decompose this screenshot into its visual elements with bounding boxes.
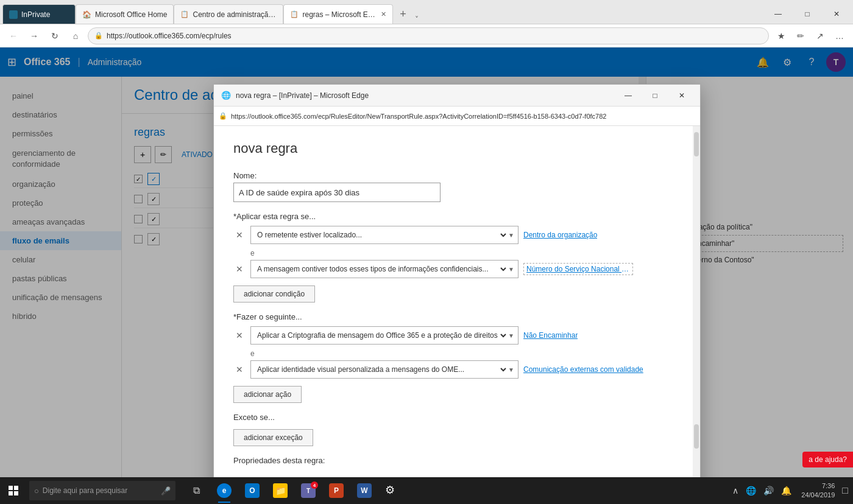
windows-logo (9, 486, 18, 495)
popup-address-bar: 🔒 https://outlook.office365.com/ecp/Rule… (214, 107, 700, 126)
condition2-select-input[interactable]: A mensagem contiver todos esses tipos de… (255, 264, 508, 274)
taskbar-explorer[interactable]: 📁 (267, 477, 294, 504)
taskbar-clock[interactable]: 7:36 24/04/2019 (796, 481, 840, 500)
condition2-select[interactable]: A mensagem contiver todos esses tipos de… (250, 260, 519, 278)
favorites-icon[interactable]: ★ (773, 27, 790, 44)
remove-condition2-btn[interactable]: ✕ (233, 263, 246, 275)
page-content: ⊞ Office 365 | Administração 🔔 ⚙ ? T pai… (0, 47, 853, 504)
properties-section: Propriedades desta regra: (233, 456, 681, 465)
refresh-button[interactable]: ↻ (46, 27, 63, 44)
do-action-section: *Fazer o seguinte... ✕ Aplicar a Criptog… (233, 312, 681, 403)
action1-select[interactable]: Aplicar a Criptografia de mensagem do Of… (250, 326, 519, 345)
taskbar-outlook[interactable]: O (239, 477, 266, 504)
remove-condition1-btn[interactable]: ✕ (233, 229, 246, 241)
tab-overflow-button[interactable]: ˅ (412, 15, 421, 24)
taskbar-edge[interactable]: e (211, 477, 238, 504)
inprivate-icon (9, 10, 18, 19)
action1-link[interactable]: Não Encaminhar (523, 331, 578, 340)
start-button[interactable] (0, 477, 27, 504)
condition1-link[interactable]: Dentro da organização (523, 231, 597, 239)
address-bar: ← → ↻ ⌂ 🔒 https://outlook.office365.com/… (0, 24, 853, 47)
action2-arrow: ▼ (508, 366, 514, 373)
minimize-button[interactable]: — (764, 4, 792, 24)
taskbar-volume-icon[interactable]: 🔔 (779, 486, 794, 495)
new-tab-button[interactable]: + (393, 4, 412, 24)
popup-minimize-btn[interactable]: — (617, 87, 639, 104)
home-button[interactable]: ⌂ (67, 27, 84, 44)
maximize-button[interactable]: □ (793, 4, 821, 24)
share-icon[interactable]: ↗ (812, 27, 829, 44)
remove-action2-btn[interactable]: ✕ (233, 363, 246, 376)
taskbar-search[interactable]: ○ Digite aqui para pesquisar 🎤 (29, 481, 175, 500)
add-except-btn[interactable]: adicionar exceção (233, 429, 313, 446)
menu-icon[interactable]: … (831, 27, 848, 44)
tab-regras[interactable]: 📋 regras – Microsoft Exch ✕ (283, 4, 393, 24)
taskbar-ppt[interactable]: P (323, 477, 350, 504)
tab-office-home-label: Microsoft Office Home (95, 10, 167, 19)
condition-row-1: ✕ O remetente estiver localizado... ▼ De… (233, 226, 681, 244)
read-icon[interactable]: ✏ (792, 27, 809, 44)
window-controls: — □ ✕ (764, 4, 851, 24)
taskbar-apps: ⧉ e O 📁 T 4 P W ⚙ (183, 477, 406, 504)
ppt-icon: P (329, 483, 344, 498)
remove-action1-btn[interactable]: ✕ (233, 329, 246, 341)
notification-icon[interactable]: □ (842, 485, 848, 496)
clock-time: 7:36 (801, 481, 835, 491)
action2-link[interactable]: Comunicação externas com validade (523, 365, 643, 374)
taskbar-settings[interactable]: ⚙ (379, 477, 406, 504)
add-action-btn[interactable]: adicionar ação (233, 386, 302, 403)
outlook-icon: O (245, 483, 260, 498)
popup-scrollbar[interactable] (693, 126, 700, 480)
mic-icon[interactable]: 🎤 (161, 486, 171, 495)
taskbar-speaker-icon[interactable]: 🔊 (761, 486, 776, 495)
popup-maximize-btn[interactable]: □ (644, 87, 666, 104)
popup-titlebar: 🌐 nova regra – [InPrivate] – Microsoft E… (214, 85, 700, 107)
apply-condition-section: *Aplicar esta regra se... ✕ O remetente … (233, 212, 681, 303)
taskbar-word[interactable]: W (351, 477, 378, 504)
popup-url-text: https://outlook.office365.com/ecp/RulesE… (231, 113, 695, 120)
tab-regras-label: regras – Microsoft Exch (302, 10, 377, 19)
action-row-1: ✕ Aplicar a Criptografia de mensagem do … (233, 326, 681, 345)
lock-icon: 🔒 (94, 32, 103, 40)
taskbar-task-view[interactable]: ⧉ (183, 477, 210, 504)
url-text: https://outlook.office365.com/ecp/rules (107, 32, 762, 40)
properties-label: Propriedades desta regra: (233, 456, 681, 465)
help-button[interactable]: a de ajuda? (802, 452, 853, 467)
add-condition-btn[interactable]: adicionar condição (233, 285, 315, 303)
taskbar-teams[interactable]: T 4 (295, 477, 322, 504)
popup-close-btn[interactable]: ✕ (671, 87, 693, 104)
tab-office-home[interactable]: 🏠 Microsoft Office Home (76, 4, 174, 24)
teams-badge: 4 (311, 481, 318, 489)
back-button[interactable]: ← (5, 27, 22, 44)
toolbar-icons: ★ ✏ ↗ … (773, 27, 848, 44)
explorer-icon: 📁 (273, 483, 288, 498)
popup-lock-icon: 🔒 (219, 112, 227, 120)
regras-icon: 📋 (290, 10, 299, 18)
tab-inprivate[interactable]: InPrivate (2, 4, 76, 24)
forward-button[interactable]: → (26, 27, 43, 44)
admin-icon: 📋 (180, 10, 189, 18)
except-section: Exceto se... adicionar exceção (233, 413, 681, 446)
condition1-select[interactable]: O remetente estiver localizado... ▼ (250, 226, 519, 244)
tab-admin[interactable]: 📋 Centro de administração do (174, 4, 283, 24)
popup-body: nova regra Nome: *Aplicar esta regra se.… (214, 126, 700, 480)
close-button[interactable]: ✕ (823, 4, 851, 24)
popup-title-text: nova regra – [InPrivate] – Microsoft Edg… (236, 91, 612, 100)
condition2-link[interactable]: Número do Serviço Nacional de Saúde (523, 263, 633, 275)
condition-and-1: e (250, 249, 681, 257)
form-name-section: Nome: (233, 171, 681, 202)
popup-title-icon: 🌐 (221, 91, 231, 100)
action1-select-input[interactable]: Aplicar a Criptografia de mensagem do Of… (255, 331, 508, 340)
action2-select-input[interactable]: Aplicar identidade visual personalizada … (255, 365, 508, 374)
condition2-arrow: ▼ (508, 266, 514, 273)
form-name-input[interactable] (233, 183, 441, 202)
taskbar-expand-icon[interactable]: ∧ (730, 486, 741, 495)
tab-admin-label: Centro de administração do (193, 10, 277, 19)
tab-regras-close[interactable]: ✕ (381, 10, 386, 18)
url-bar[interactable]: 🔒 https://outlook.office365.com/ecp/rule… (88, 27, 769, 44)
condition1-select-input[interactable]: O remetente estiver localizado... (255, 230, 508, 240)
popup-window: 🌐 nova regra – [InPrivate] – Microsoft E… (213, 84, 701, 504)
edge-icon: e (217, 483, 232, 498)
taskbar-network-icon[interactable]: 🌐 (743, 486, 759, 495)
action2-select[interactable]: Aplicar identidade visual personalizada … (250, 360, 519, 379)
